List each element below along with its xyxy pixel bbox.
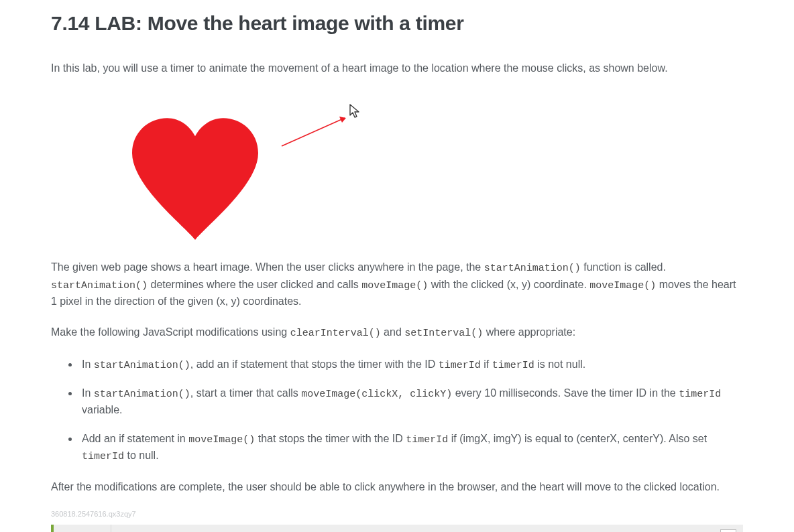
text-fragment: if (imgX, imgY) is equal to (centerX, ce… bbox=[448, 433, 707, 444]
text-fragment: to null. bbox=[124, 450, 159, 461]
code-fragment: moveImage(clickX, clickY) bbox=[301, 389, 452, 400]
text-fragment: The given web page shows a heart image. … bbox=[51, 261, 484, 273]
closing-paragraph: After the modifications are complete, th… bbox=[51, 479, 743, 495]
watermark-id: 360818.2547616.qx3zqy7 bbox=[51, 510, 743, 518]
text-fragment: , start a timer that calls bbox=[190, 387, 301, 399]
text-fragment: In bbox=[82, 358, 94, 370]
text-fragment: that stops the timer with the ID bbox=[255, 433, 406, 444]
code-fragment: startAnimation() bbox=[94, 389, 190, 400]
text-fragment: with the clicked (x, y) coordinate. bbox=[428, 279, 589, 290]
code-fragment: timerId bbox=[679, 389, 721, 400]
lab-tag: LAB bbox=[54, 525, 111, 532]
text-fragment: function is called. bbox=[581, 261, 666, 273]
code-fragment: moveImage() bbox=[361, 280, 428, 291]
svg-line-0 bbox=[282, 118, 345, 146]
lab-activity-bar[interactable]: LAB 7.14.1: LAB: Move the heart image wi… bbox=[51, 525, 743, 532]
code-fragment: startAnimation() bbox=[94, 360, 190, 371]
lab-score: 0 / 10 bbox=[683, 525, 743, 532]
list-item: Add an if statement in moveImage() that … bbox=[79, 431, 743, 465]
code-fragment: timerId bbox=[492, 360, 534, 371]
text-fragment: determines where the user clicked and ca… bbox=[148, 279, 361, 290]
code-fragment: startAnimation() bbox=[484, 263, 581, 274]
code-fragment: moveImage() bbox=[188, 434, 255, 446]
arrow-icon bbox=[279, 113, 353, 149]
heart-illustration bbox=[51, 91, 386, 242]
page-title: 7.14 LAB: Move the heart image with a ti… bbox=[51, 12, 743, 35]
code-fragment: startAnimation() bbox=[51, 280, 148, 291]
code-fragment: clearInterval() bbox=[290, 328, 381, 339]
score-box bbox=[720, 529, 736, 532]
text-fragment: Make the following JavaScript modificati… bbox=[51, 326, 290, 338]
text-fragment: every 10 milliseconds. Save the timer ID… bbox=[452, 387, 679, 399]
text-fragment: variable. bbox=[82, 404, 122, 415]
code-fragment: timerId bbox=[439, 360, 481, 371]
description-paragraph: The given web page shows a heart image. … bbox=[51, 259, 743, 310]
modifications-list: In startAnimation(), add an if statement… bbox=[51, 356, 743, 465]
text-fragment: In bbox=[82, 387, 94, 399]
code-fragment: timerId bbox=[406, 434, 448, 446]
code-fragment: timerId bbox=[82, 451, 124, 462]
heart-icon bbox=[125, 115, 266, 241]
instructions-lead: Make the following JavaScript modificati… bbox=[51, 324, 743, 342]
code-fragment: moveImage() bbox=[589, 280, 656, 291]
list-item: In startAnimation(), add an if statement… bbox=[79, 356, 743, 373]
intro-paragraph: In this lab, you will use a timer to ani… bbox=[51, 60, 743, 76]
code-fragment: setInterval() bbox=[404, 328, 483, 339]
text-fragment: if bbox=[481, 358, 492, 370]
text-fragment: is not null. bbox=[534, 358, 585, 370]
text-fragment: Add an if statement in bbox=[82, 433, 188, 444]
lab-activity-title: 7.14.1: LAB: Move the heart image with a… bbox=[111, 525, 683, 532]
cursor-icon bbox=[349, 104, 361, 119]
text-fragment: where appropriate: bbox=[483, 326, 575, 338]
text-fragment: and bbox=[381, 326, 405, 338]
lab-page: 7.14 LAB: Move the heart image with a ti… bbox=[0, 0, 794, 532]
list-item: In startAnimation(), start a timer that … bbox=[79, 385, 743, 419]
text-fragment: , add an if statement that stops the tim… bbox=[190, 358, 439, 370]
